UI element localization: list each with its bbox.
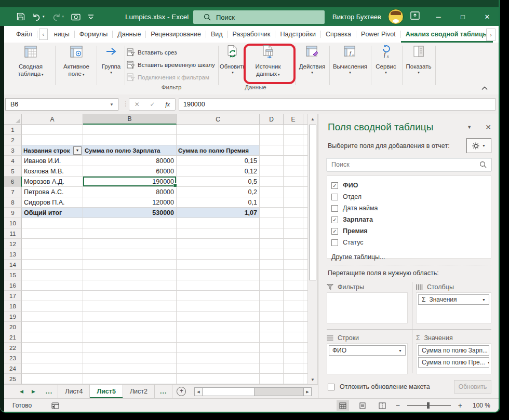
row-header-1[interactable]: 1 (4, 125, 22, 135)
ribbon-tab-ницы[interactable]: ницы (49, 26, 74, 43)
cell-A6[interactable]: Морозов А.Д. (22, 177, 83, 187)
field-chip-значения[interactable]: ΣЗначения▼ (418, 294, 489, 305)
row-header-10[interactable]: 10 (4, 218, 22, 228)
sheet-tab-лист5[interactable]: Лист5 (90, 385, 123, 398)
chevron-down-icon[interactable]: ▼ (396, 349, 402, 353)
avatar[interactable] (388, 9, 404, 24)
chevron-down-icon[interactable]: ▼ (488, 349, 489, 353)
cell-C24[interactable] (177, 363, 260, 374)
formula-input[interactable]: 190000 (179, 98, 495, 111)
cell-B10[interactable] (83, 218, 177, 228)
row-header-5[interactable]: 5 (4, 166, 22, 177)
horizontal-scrollbar[interactable]: ◀ ▶ (194, 387, 312, 396)
cell-B9[interactable]: 530000 (83, 208, 177, 218)
cell-B19[interactable] (83, 311, 177, 322)
ribbon-tab-справка[interactable]: Справка (321, 26, 356, 43)
sheet-tabs-overflow-0[interactable]: ... (41, 385, 58, 398)
cell-E2[interactable] (284, 135, 303, 145)
cell-C9[interactable]: 1,07 (177, 208, 260, 218)
ribbon-tab-разработчик[interactable]: Разработчик (228, 26, 275, 43)
row-header-15[interactable]: 15 (4, 270, 22, 280)
insert-function-icon[interactable]: fx (165, 101, 170, 109)
select-all-corner[interactable] (4, 114, 22, 125)
cell-E10[interactable] (284, 218, 303, 228)
zoom-out-icon[interactable]: − (396, 401, 400, 410)
cell-B24[interactable] (83, 363, 177, 374)
page-break-view-icon[interactable] (376, 400, 389, 411)
cell-E6[interactable] (284, 177, 303, 187)
panel-options-chevron-icon[interactable]: ▼ (467, 125, 485, 130)
page-layout-view-icon[interactable] (356, 400, 369, 411)
cell-B4[interactable]: 80000 (83, 156, 177, 166)
cell-C10[interactable] (177, 218, 260, 228)
tools-button[interactable]: fx Сервис ▾ (373, 45, 399, 75)
search-box[interactable]: Поиск (193, 10, 325, 24)
cell-E5[interactable] (284, 166, 303, 177)
row-header-25[interactable]: 25 (4, 374, 22, 384)
vertical-scrollbar[interactable]: ▲ ▼ (307, 114, 318, 384)
normal-view-icon[interactable] (337, 400, 349, 411)
cell-B8[interactable]: 120000 (83, 197, 177, 208)
cell-C2[interactable] (177, 135, 260, 145)
cell-E18[interactable] (284, 301, 303, 311)
chevron-down-icon[interactable]: ▼ (480, 298, 486, 302)
chevron-down-icon[interactable]: ▼ (485, 361, 489, 364)
field-item-статус[interactable]: Статус (331, 237, 488, 248)
cell-D16[interactable] (260, 280, 284, 291)
redo-icon[interactable]: ▾ (52, 13, 64, 21)
cell-B3[interactable]: Сумма по полю Зарплата (83, 145, 177, 156)
rows-drop-box[interactable]: ФИО▼ (327, 343, 408, 374)
cell-B11[interactable] (83, 228, 177, 239)
cell-D1[interactable] (260, 125, 284, 135)
cell-C16[interactable] (177, 280, 260, 291)
refresh-button[interactable]: Обновить ▾ (219, 45, 246, 75)
cell-B23[interactable] (83, 353, 177, 363)
filters-drop-box[interactable] (327, 292, 408, 323)
sheet-nav-right-icon[interactable]: ▶ (32, 389, 35, 394)
cell-D20[interactable] (260, 322, 284, 332)
cell-A8[interactable]: Сидоров П.А. (22, 197, 83, 208)
row-header-21[interactable]: 21 (4, 332, 22, 343)
cell-B13[interactable] (83, 249, 177, 260)
cell-C19[interactable] (177, 311, 260, 322)
cell-B12[interactable] (83, 239, 177, 249)
cell-A13[interactable] (22, 249, 83, 260)
field-item-отдел[interactable]: Отдел (331, 191, 488, 202)
cell-E8[interactable] (284, 197, 303, 208)
fill-handle[interactable] (173, 183, 177, 187)
cell-D12[interactable] (260, 239, 284, 249)
row-header-17[interactable]: 17 (4, 291, 22, 301)
update-button[interactable]: Обновить (454, 380, 491, 394)
insert-timeline-button[interactable]: Вставить временную шкалу (127, 59, 216, 71)
cell-E4[interactable] (284, 156, 303, 166)
column-header-D[interactable]: D (260, 114, 284, 125)
cell-D21[interactable] (260, 332, 284, 343)
scroll-up-icon[interactable]: ▲ (308, 114, 317, 124)
cell-E19[interactable] (284, 311, 303, 322)
sheet-tab-лист4[interactable]: Лист4 (58, 385, 90, 398)
ribbon-tab-power-pivot[interactable]: Power Pivot (356, 26, 400, 43)
cell-A1[interactable] (22, 125, 83, 135)
cell-E14[interactable] (284, 260, 303, 270)
row-header-7[interactable]: 7 (4, 187, 22, 197)
cell-C3[interactable]: Сумма по полю Премия (177, 145, 260, 156)
cell-E3[interactable] (284, 145, 303, 156)
cell-C25[interactable] (177, 374, 260, 384)
cell-B20[interactable] (83, 322, 177, 332)
row-header-2[interactable]: 2 (4, 135, 22, 145)
cell-E20[interactable] (284, 322, 303, 332)
cell-A10[interactable] (22, 218, 83, 228)
zoom-in-icon[interactable]: + (458, 401, 462, 410)
cell-D18[interactable] (260, 301, 284, 311)
cell-D14[interactable] (260, 260, 284, 270)
filter-dropdown-button[interactable]: ▼ (73, 146, 82, 155)
field-chip-фио[interactable]: ФИО▼ (329, 345, 406, 356)
values-drop-box[interactable]: Сумма по полю Зарп...▼Сумма по полю Пре.… (416, 343, 491, 374)
cell-A5[interactable]: Козлова М.В. (22, 166, 83, 177)
field-item-фио[interactable]: ✓ФИО (331, 180, 488, 191)
cell-A22[interactable] (22, 343, 83, 353)
cell-B16[interactable] (83, 280, 177, 291)
cell-A4[interactable]: Иванов И.И. (22, 156, 83, 166)
checkbox-статус[interactable] (331, 239, 338, 246)
cell-C18[interactable] (177, 301, 260, 311)
